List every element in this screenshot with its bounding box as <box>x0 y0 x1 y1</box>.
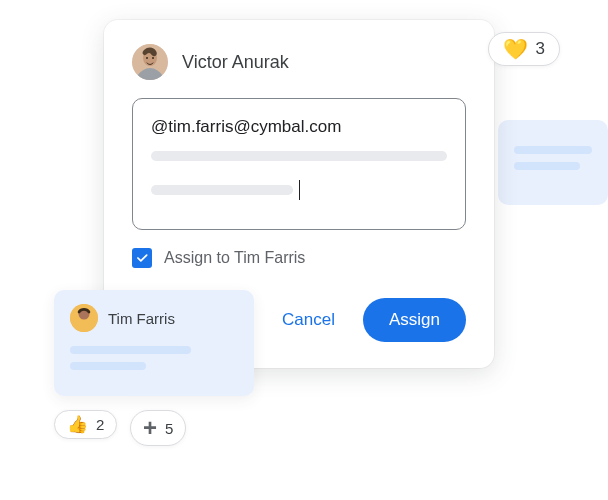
comment-header: Victor Anurak <box>132 44 466 80</box>
text-caret <box>299 180 300 200</box>
reaction-count: 3 <box>536 39 545 59</box>
svg-point-2 <box>146 57 148 59</box>
reaction-count: 2 <box>96 416 104 433</box>
mention-text: @tim.farris@cymbal.com <box>151 117 447 137</box>
reaction-thumb[interactable]: 👍 2 <box>54 410 117 439</box>
reaction-plus[interactable]: + 5 <box>130 410 186 446</box>
svg-point-3 <box>152 57 154 59</box>
tim-avatar <box>70 304 98 332</box>
author-avatar <box>132 44 168 80</box>
author-name: Victor Anurak <box>182 52 289 73</box>
heart-icon: 💛 <box>503 39 528 59</box>
reaction-heart[interactable]: 💛 3 <box>488 32 560 66</box>
placeholder-line <box>151 185 293 195</box>
check-icon <box>135 251 149 265</box>
placeholder-line <box>514 162 580 170</box>
assign-row: Assign to Tim Farris <box>132 248 466 268</box>
assign-checkbox[interactable] <box>132 248 152 268</box>
placeholder-line <box>151 151 447 161</box>
comment-textarea[interactable]: @tim.farris@cymbal.com <box>132 98 466 230</box>
plus-icon: + <box>143 416 157 440</box>
profile-card-header: Tim Farris <box>70 304 238 332</box>
thumbs-up-icon: 👍 <box>67 416 88 433</box>
profile-card-name: Tim Farris <box>108 310 175 327</box>
profile-card-tim[interactable]: Tim Farris <box>54 290 254 396</box>
cancel-button[interactable]: Cancel <box>276 309 341 331</box>
assign-label: Assign to Tim Farris <box>164 249 305 267</box>
assign-button[interactable]: Assign <box>363 298 466 342</box>
placeholder-line <box>70 346 191 354</box>
placeholder-line <box>70 362 146 370</box>
reaction-count: 5 <box>165 420 173 437</box>
placeholder-line <box>514 146 592 154</box>
background-card-right <box>498 120 608 205</box>
